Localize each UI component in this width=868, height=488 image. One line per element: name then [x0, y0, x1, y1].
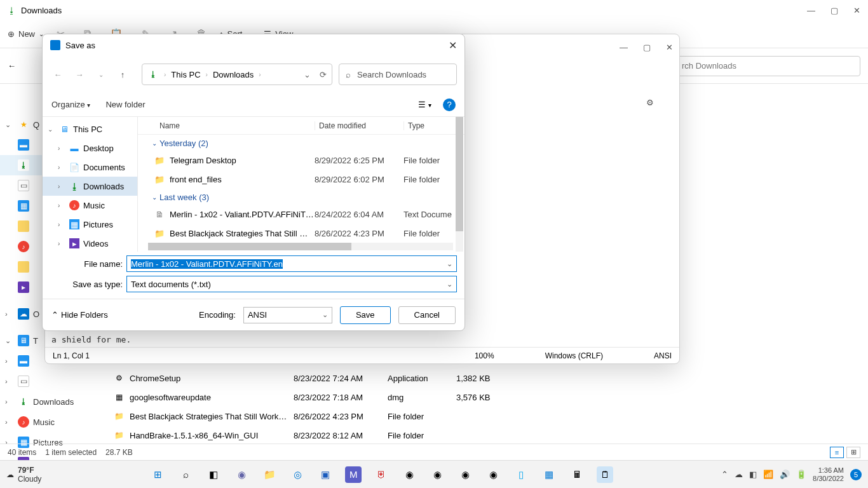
edge-icon[interactable]: ◎: [289, 466, 306, 483]
horizontal-scrollbar[interactable]: [148, 243, 453, 250]
filename-field[interactable]: Merlin - 1x02 - Valiant.PDTV.AFFiNiTY.en…: [126, 255, 457, 272]
explorer-file-list: ⚙ChromeSetup8/23/2022 7:24 AMApplication…: [108, 369, 868, 445]
group-header[interactable]: ⌄Yesterday (2): [138, 135, 465, 151]
help-icon[interactable]: ?: [443, 98, 456, 111]
chevron-down-icon[interactable]: ⌄: [447, 280, 452, 288]
sidebar-item[interactable]: ›▭: [0, 371, 102, 391]
chrome-icon[interactable]: ◉: [485, 466, 501, 483]
wifi-icon[interactable]: 📶: [763, 470, 773, 479]
sidebar-item-downloads[interactable]: ›⭳Downloads: [0, 391, 102, 412]
organize-button[interactable]: Organize ▾: [51, 100, 90, 109]
file-row[interactable]: 📁Best Blackjack Strategies That Still Wo…: [108, 407, 868, 426]
col-type[interactable]: Type: [403, 121, 454, 130]
refresh-icon[interactable]: ⟳: [320, 70, 327, 79]
chevron-down-icon: ▾: [87, 102, 90, 109]
back-icon[interactable]: ←: [8, 61, 16, 71]
mcafee-icon[interactable]: ⛨: [373, 466, 390, 483]
chevron-right-icon: ›: [259, 71, 261, 78]
explorer-search[interactable]: rch Downloads: [676, 56, 860, 76]
plus-icon: ⊕: [8, 29, 15, 39]
filename-label: File name:: [50, 259, 126, 269]
dialog-file-list: Name Date modified Type ⌄Yesterday (2) 📁…: [138, 117, 465, 252]
app-icon[interactable]: M: [345, 466, 362, 483]
details-view-icon[interactable]: ≡: [830, 447, 844, 458]
new-button[interactable]: ⊕ New ⌄: [8, 29, 44, 39]
search-input[interactable]: ⌕ Search Downloads: [339, 64, 457, 85]
list-item[interactable]: 📁front end_files8/29/2022 6:02 PMFile fo…: [138, 170, 465, 189]
close-icon[interactable]: ✕: [853, 6, 860, 15]
breadcrumb-downloads[interactable]: Downloads: [213, 70, 254, 79]
hide-folders-button[interactable]: ⌃ Hide Folders: [51, 310, 108, 320]
file-row[interactable]: 📁HandBrake-1.5.1-x86_64-Win_GUI8/23/2022…: [108, 426, 868, 445]
explorer-title: Downloads: [21, 6, 62, 15]
teams-icon[interactable]: ◉: [233, 466, 250, 483]
tree-pictures[interactable]: ›▦Pictures: [43, 215, 137, 234]
settings-icon[interactable]: ⚙: [646, 98, 654, 107]
chevron-down-icon[interactable]: ⌄: [304, 70, 311, 79]
vertical-scrollbar[interactable]: [456, 117, 463, 252]
encoding-label: ANSI: [654, 351, 672, 360]
file-row[interactable]: ▦googlesoftwareupdate8/23/2022 7:18 AMdm…: [108, 388, 868, 407]
minimize-icon[interactable]: —: [620, 43, 628, 52]
notification-badge[interactable]: 5: [850, 469, 862, 480]
chevron-down-icon[interactable]: ⌄: [93, 71, 109, 78]
view-mode-button[interactable]: ☰ ▾: [418, 100, 431, 109]
grid-view-icon[interactable]: ⊞: [846, 447, 860, 458]
taskbar: ☁ 79°F Cloudy ⊞ ⌕ ◧ ◉ 📁 ◎ ▣ M ⛨ ◉ ◉ ◉ ◉ …: [0, 460, 868, 488]
tree-thispc[interactable]: ⌄🖥This PC: [43, 119, 137, 139]
list-item[interactable]: 🗎Merlin - 1x02 - Valiant.PDTV.AFFiNiTY.e…: [138, 205, 465, 224]
start-icon[interactable]: ⊞: [149, 466, 166, 483]
tree-music[interactable]: ›♪Music: [43, 196, 137, 215]
list-item[interactable]: 📁Telegram Desktop8/29/2022 6:25 PMFile f…: [138, 151, 465, 170]
search-icon[interactable]: ⌕: [177, 466, 194, 483]
notepad-icon[interactable]: 🗒: [597, 466, 613, 483]
app-icon[interactable]: ▦: [541, 466, 557, 483]
weather-widget[interactable]: ☁ 79°F Cloudy: [6, 466, 41, 484]
chrome-icon[interactable]: ◉: [457, 466, 473, 483]
maximize-icon[interactable]: ▢: [831, 6, 838, 15]
calculator-icon[interactable]: 🖩: [569, 466, 585, 483]
meet-icon[interactable]: ◧: [749, 470, 757, 479]
forward-icon[interactable]: →: [72, 70, 87, 79]
volume-icon[interactable]: 🔊: [780, 470, 790, 479]
col-date[interactable]: Date modified: [315, 121, 403, 130]
chrome-icon[interactable]: ◉: [429, 466, 445, 483]
chrome-icon[interactable]: ◉: [401, 466, 417, 483]
tree-desktop[interactable]: ›▬Desktop: [43, 139, 137, 158]
tree-documents[interactable]: ›📄Documents: [43, 158, 137, 177]
clock[interactable]: 1:36 AM 8/30/2022: [813, 466, 844, 483]
group-header[interactable]: ⌄Last week (3): [138, 189, 465, 205]
savetype-field[interactable]: Text documents (*.txt) ⌄: [126, 276, 457, 292]
onedrive-icon[interactable]: ☁: [735, 470, 743, 479]
store-icon[interactable]: ▣: [317, 466, 334, 483]
app-icon[interactable]: ▯: [513, 466, 529, 483]
back-icon[interactable]: ←: [50, 70, 65, 79]
breadcrumb-thispc[interactable]: This PC: [171, 70, 200, 79]
maximize-icon[interactable]: ▢: [643, 43, 651, 52]
save-button[interactable]: Save: [340, 306, 391, 324]
address-bar[interactable]: ⭳ › This PC › Downloads › ⌄ ⟳: [142, 64, 332, 85]
close-icon[interactable]: ✕: [666, 43, 673, 52]
taskview-icon[interactable]: ◧: [205, 466, 222, 483]
encoding-select[interactable]: ANSI ⌄: [243, 307, 332, 323]
list-item[interactable]: 📁Best Blackjack Strategies That Still Wo…: [138, 224, 465, 243]
close-icon[interactable]: ✕: [449, 39, 457, 51]
sidebar-item-music[interactable]: ›♪Music: [0, 412, 102, 432]
col-name[interactable]: Name: [159, 121, 315, 130]
zoom-level: 100%: [475, 351, 494, 360]
download-icon: ⭳: [147, 69, 159, 80]
battery-icon[interactable]: 🔋: [796, 470, 806, 479]
chevron-down-icon[interactable]: ⌄: [447, 260, 452, 268]
cancel-button[interactable]: Cancel: [398, 306, 456, 324]
tree-videos[interactable]: ›▸Videos: [43, 234, 137, 252]
tree-downloads[interactable]: ›⭳Downloads: [43, 177, 137, 196]
minimize-icon[interactable]: —: [807, 6, 815, 15]
file-row[interactable]: ⚙ChromeSetup8/23/2022 7:24 AMApplication…: [108, 369, 868, 388]
chevron-down-icon: ⌄: [322, 311, 328, 319]
chevron-up-icon[interactable]: ⌃: [721, 470, 728, 479]
explorer-icon[interactable]: 📁: [261, 466, 278, 483]
new-folder-button[interactable]: New folder: [105, 100, 145, 109]
notepad-text[interactable]: a shield for me.: [51, 335, 131, 344]
up-icon[interactable]: ↑: [115, 70, 130, 79]
document-icon: 🗎: [153, 210, 166, 219]
